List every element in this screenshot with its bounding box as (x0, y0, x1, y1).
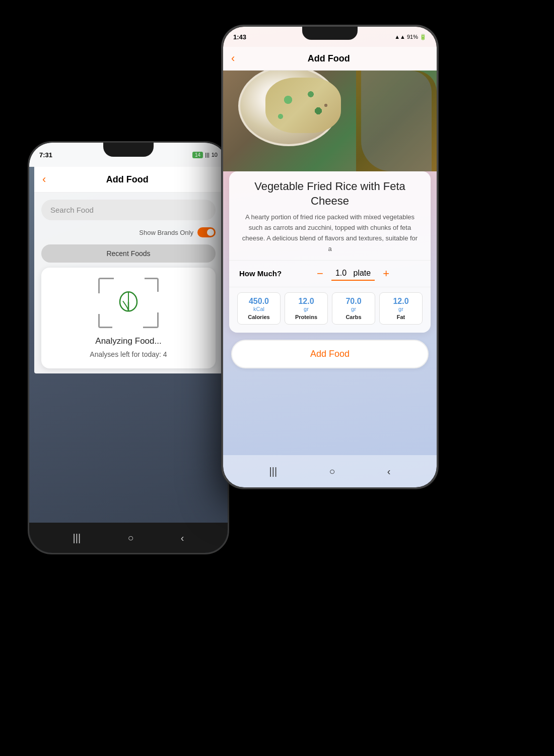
phone2-bottom-home-icon[interactable]: ○ (329, 466, 335, 477)
show-brands-row: Show Brands Only (34, 223, 223, 241)
add-food-button[interactable]: Add Food (231, 340, 429, 368)
phone1-status-icons: 14 ||| 10 (192, 152, 218, 158)
scan-frame-corner-bl (98, 314, 112, 328)
quantity-plus-button[interactable]: + (383, 268, 389, 279)
phone2-page-title: Add Food (241, 53, 417, 64)
phone2-signal: ▲▲ (394, 34, 405, 40)
quantity-controls: − 1.0 plate + (286, 267, 421, 281)
phone2-battery-icon: 🔋 (420, 34, 427, 40)
phone1-bottom-back-icon[interactable]: ‹ (181, 532, 184, 544)
analyze-card: Analyzing Food... Analyses left for toda… (41, 268, 216, 368)
nutrition-cell-calories: 450.0 kCal Calories (237, 292, 281, 325)
show-brands-toggle[interactable] (197, 227, 216, 237)
proteins-value: 12.0 (288, 297, 324, 306)
phone2-back-button[interactable]: ‹ (231, 52, 235, 65)
food-blue-card-bg (361, 71, 432, 171)
phone1-back-button[interactable]: ‹ (42, 173, 46, 186)
phone2-status-right: ▲▲ 91% 🔋 (394, 34, 427, 40)
calories-label: Calories (241, 314, 277, 320)
food-detail-card: Vegetable Fried Rice with Feta Cheese A … (229, 171, 431, 333)
phone1-signal: ||| (205, 152, 210, 158)
phone2-time: 1:43 (233, 33, 246, 41)
phone2-header: ‹ Add Food (223, 47, 437, 71)
search-food-input[interactable]: Search Food (41, 200, 216, 220)
phone1-screen: 7:31 14 ||| 10 ‹ Add Food Search Food Sh… (29, 143, 228, 553)
fat-label: Fat (383, 314, 419, 320)
phone1-bottom-bar: ||| ○ ‹ (29, 523, 228, 553)
food-rice-image (265, 78, 341, 133)
phone2-screen: 1:43 ▲▲ 91% 🔋 ‹ Add Food Vegetable Fried… (223, 27, 437, 487)
food-description: A hearty portion of fried rice packed wi… (229, 212, 431, 260)
phone2-status-bar: 1:43 ▲▲ 91% 🔋 (223, 27, 437, 47)
food-bowl-image (238, 71, 339, 146)
nutrition-cell-proteins: 12.0 gr Proteins (285, 292, 328, 325)
phone1-header: ‹ Add Food (34, 167, 223, 193)
food-image-area (223, 71, 437, 171)
phone2-bottom-menu-icon[interactable]: ||| (269, 466, 278, 477)
food-title: Vegetable Fried Rice with Feta Cheese (229, 171, 431, 212)
phone1-bottom-home-icon[interactable]: ○ (127, 532, 133, 544)
phone1-battery: 10 (212, 152, 218, 158)
recent-foods-button[interactable]: Recent Foods (41, 244, 216, 263)
phone1-notch (103, 143, 154, 157)
fat-unit: gr (383, 306, 419, 312)
phone1-page-title: Add Food (52, 174, 202, 185)
phone1-status-bar: 7:31 14 ||| 10 (29, 143, 228, 167)
phone2-device: 1:43 ▲▲ 91% 🔋 ‹ Add Food Vegetable Fried… (222, 25, 438, 489)
proteins-label: Proteins (288, 314, 324, 320)
how-much-label: How Much? (239, 269, 282, 278)
nutrition-cell-fat: 12.0 gr Fat (379, 292, 423, 325)
phone1-bottom-menu-icon[interactable]: ||| (73, 532, 81, 544)
phone1-time: 7:31 (39, 151, 52, 159)
quantity-minus-button[interactable]: − (317, 268, 323, 279)
carbs-value: 70.0 (335, 297, 372, 306)
calories-value: 450.0 (241, 297, 277, 306)
leaf-icon (115, 288, 142, 315)
carbs-unit: gr (335, 306, 372, 312)
carbs-label: Carbs (335, 314, 372, 320)
quantity-unit: plate (354, 269, 371, 277)
analyze-title: Analyzing Food... (51, 336, 205, 346)
calories-unit: kCal (241, 306, 277, 312)
phone2-bottom-bar: ||| ○ ‹ (223, 455, 437, 487)
scan-frame-corner-tr (145, 278, 159, 292)
phone1-app-content: ‹ Add Food Search Food Show Brands Only … (34, 167, 223, 373)
quantity-value: 1.0 plate (331, 267, 375, 281)
nutrition-cell-carbs: 70.0 gr Carbs (332, 292, 375, 325)
nutrition-grid: 450.0 kCal Calories 12.0 gr Proteins 7 (229, 287, 431, 333)
phone2-bottom-back-icon[interactable]: ‹ (387, 466, 391, 477)
phone2-battery: 91% (407, 34, 418, 40)
add-food-button-container: Add Food (223, 333, 437, 379)
phone2-notch (302, 27, 358, 40)
analyze-subtitle: Analyses left for today: 4 (51, 350, 205, 358)
show-brands-label: Show Brands Only (139, 229, 193, 236)
scan-frame (98, 278, 159, 328)
how-much-row: How Much? − 1.0 plate + (229, 260, 431, 287)
phone1-call-indicator: 14 (192, 152, 203, 158)
phone1-device: 7:31 14 ||| 10 ‹ Add Food Search Food Sh… (28, 141, 229, 554)
fat-value: 12.0 (383, 297, 419, 306)
proteins-unit: gr (288, 306, 324, 312)
